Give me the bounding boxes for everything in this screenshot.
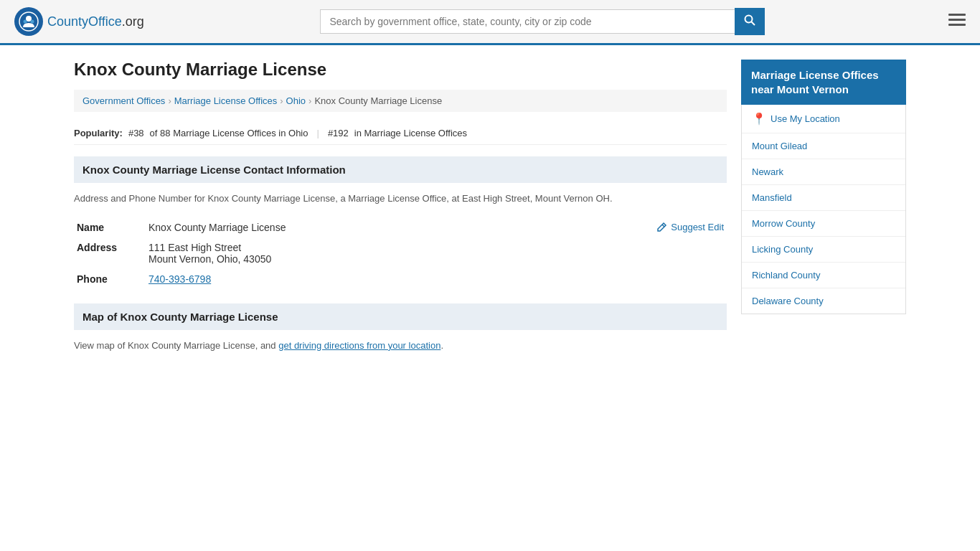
svg-point-4 <box>745 16 753 23</box>
suggest-edit-button[interactable]: Suggest Edit <box>656 222 724 233</box>
logo-text: CountyOffice.org <box>47 14 144 29</box>
page-title: Knox County Marriage License <box>74 60 727 80</box>
svg-point-2 <box>24 20 27 24</box>
table-row-phone: Phone 740-393-6798 <box>74 269 727 289</box>
contact-description: Address and Phone Number for Knox County… <box>74 192 727 206</box>
mount-gilead-link[interactable]: Mount Gilead <box>752 141 807 151</box>
delaware-county-link[interactable]: Delaware County <box>752 296 824 306</box>
search-button[interactable] <box>735 8 765 35</box>
popularity-context1: of 88 Marriage License Offices in Ohio <box>150 128 308 138</box>
sidebar-item-delaware-county[interactable]: Delaware County <box>742 288 905 314</box>
sidebar: Marriage License Offices near Mount Vern… <box>741 60 906 359</box>
svg-rect-7 <box>948 19 966 21</box>
address-line1: 111 East High Street <box>149 242 724 253</box>
use-location-link[interactable]: Use My Location <box>771 113 840 124</box>
map-description-end: . <box>440 340 443 351</box>
name-value: Knox County Marriage License <box>149 222 286 233</box>
contact-table: Name Knox County Marriage License Sugges… <box>74 217 727 289</box>
phone-link[interactable]: 740-393-6798 <box>149 273 211 285</box>
map-description-start: View map of Knox County Marriage License… <box>74 340 278 351</box>
popularity-bar: Popularity: #38 of 88 Marriage License O… <box>74 122 727 145</box>
directions-link[interactable]: get driving directions from your locatio… <box>278 340 440 351</box>
morrow-county-link[interactable]: Morrow County <box>752 218 815 229</box>
svg-point-3 <box>31 20 34 24</box>
contact-section-header: Knox County Marriage License Contact Inf… <box>74 156 727 183</box>
breadcrumb-marriage-license-offices[interactable]: Marriage License Offices <box>174 95 278 106</box>
breadcrumb: Government Offices › Marriage License Of… <box>74 90 727 112</box>
richland-county-link[interactable]: Richland County <box>752 270 820 281</box>
sidebar-item-richland-county[interactable]: Richland County <box>742 263 905 288</box>
sidebar-list: 📍 Use My Location Mount Gilead Newark Ma… <box>741 105 906 314</box>
svg-point-1 <box>26 16 32 22</box>
breadcrumb-government-offices[interactable]: Government Offices <box>83 95 165 106</box>
popularity-context2: in Marriage License Offices <box>354 128 467 138</box>
mansfield-link[interactable]: Mansfield <box>752 192 792 203</box>
sidebar-item-use-location[interactable]: 📍 Use My Location <box>742 105 905 133</box>
logo-area[interactable]: CountyOffice.org <box>14 7 144 36</box>
search-area <box>320 8 765 35</box>
popularity-label: Popularity: <box>74 128 123 138</box>
page-container: Knox County Marriage License Government … <box>60 45 920 374</box>
name-label: Name <box>74 217 146 237</box>
phone-label: Phone <box>74 269 146 289</box>
sidebar-item-newark[interactable]: Newark <box>742 159 905 185</box>
sidebar-header: Marriage License Offices near Mount Vern… <box>741 60 906 105</box>
site-header: CountyOffice.org <box>0 0 980 45</box>
licking-county-link[interactable]: Licking County <box>752 244 813 255</box>
sidebar-item-licking-county[interactable]: Licking County <box>742 237 905 263</box>
address-label: Address <box>74 237 146 269</box>
svg-rect-8 <box>948 24 966 26</box>
table-row-address: Address 111 East High Street Mount Verno… <box>74 237 727 269</box>
popularity-rank1: #38 <box>128 128 144 138</box>
map-section-header: Map of Knox County Marriage License <box>74 303 727 330</box>
svg-line-5 <box>752 22 755 26</box>
search-input[interactable] <box>320 9 735 34</box>
popularity-rank2: #192 <box>328 128 349 138</box>
logo-icon <box>14 7 43 36</box>
sidebar-item-mansfield[interactable]: Mansfield <box>742 185 905 211</box>
svg-rect-6 <box>948 14 966 16</box>
breadcrumb-current: Knox County Marriage License <box>314 95 442 106</box>
suggest-edit-icon <box>656 222 667 233</box>
newark-link[interactable]: Newark <box>752 166 783 177</box>
sidebar-item-mount-gilead[interactable]: Mount Gilead <box>742 133 905 159</box>
map-description: View map of Knox County Marriage License… <box>74 339 727 353</box>
breadcrumb-ohio[interactable]: Ohio <box>286 95 306 106</box>
address-line2: Mount Vernon, Ohio, 43050 <box>149 253 724 265</box>
sidebar-item-morrow-county[interactable]: Morrow County <box>742 211 905 237</box>
suggest-edit-label: Suggest Edit <box>671 222 724 232</box>
table-row-name: Name Knox County Marriage License Sugges… <box>74 217 727 237</box>
main-content: Knox County Marriage License Government … <box>74 60 727 359</box>
location-pin-icon: 📍 <box>752 112 766 126</box>
menu-icon[interactable] <box>948 12 966 31</box>
